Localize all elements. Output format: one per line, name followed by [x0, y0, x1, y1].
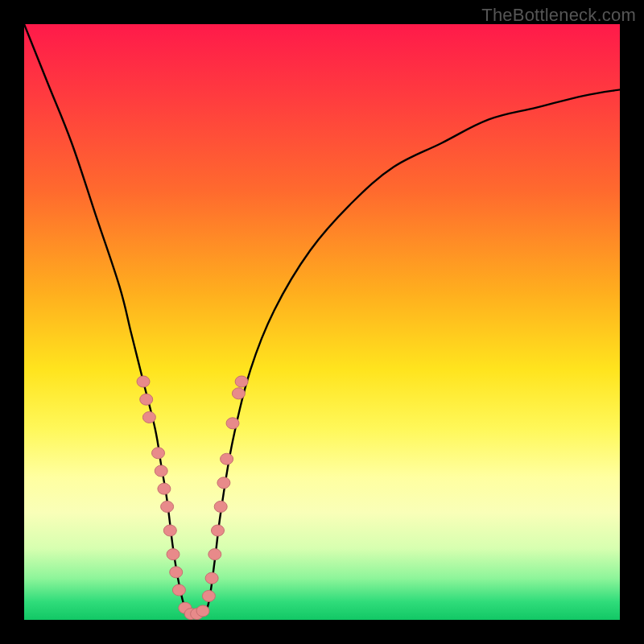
curve-marker	[167, 549, 180, 560]
curve-marker	[214, 501, 227, 512]
curve-marker	[152, 448, 165, 459]
curve-marker	[158, 483, 171, 494]
chart-svg	[24, 24, 620, 620]
curve-marker	[161, 501, 174, 512]
curve-marker	[208, 549, 221, 560]
curve-marker	[196, 605, 209, 617]
curve-markers	[137, 376, 248, 620]
curve-marker	[202, 590, 215, 601]
bottleneck-curve	[24, 24, 620, 615]
curve-marker	[155, 465, 167, 477]
curve-marker	[212, 525, 225, 536]
curve-marker	[137, 376, 150, 387]
curve-marker	[140, 394, 153, 405]
curve-marker	[235, 376, 248, 387]
curve-marker	[142, 411, 155, 423]
curve-marker	[163, 525, 176, 536]
curve-marker	[170, 567, 183, 578]
curve-marker	[232, 388, 245, 399]
watermark-text: TheBottleneck.com	[481, 5, 636, 26]
curve-marker	[226, 418, 239, 429]
curve-marker	[217, 477, 230, 489]
curve-marker	[205, 572, 218, 584]
curve-marker	[172, 584, 185, 596]
chart-frame: TheBottleneck.com	[0, 0, 644, 644]
plot-area	[24, 24, 620, 620]
curve-marker	[221, 453, 233, 464]
